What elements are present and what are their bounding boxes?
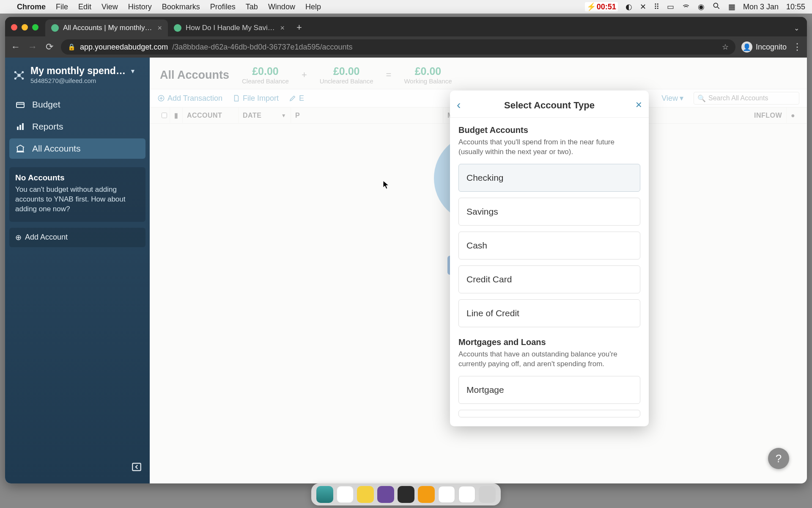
- url-path: /3a8bbdae-d62a-46db-bd0d-36737e1da595/ac…: [172, 43, 352, 52]
- account-type-credit-card[interactable]: Credit Card: [458, 265, 640, 293]
- accounts-icon: [15, 144, 25, 154]
- battery-icon[interactable]: ▭: [667, 2, 674, 11]
- menubar-item[interactable]: File: [56, 3, 68, 11]
- section-budget-accounts-desc: Accounts that you'll spend from in the n…: [458, 138, 640, 157]
- chevron-down-icon: ▼: [130, 68, 136, 75]
- plus-circle-icon: ⊕: [15, 233, 22, 242]
- minimize-window-button[interactable]: [22, 24, 28, 30]
- account-type-partial[interactable]: [458, 410, 640, 417]
- account-type-list: Checking Savings Cash Credit Card Line o…: [458, 164, 640, 327]
- budget-name: My monthly spend…: [30, 66, 126, 76]
- account-type-line-of-credit[interactable]: Line of Credit: [458, 299, 640, 327]
- status-icon[interactable]: ◐: [625, 2, 632, 11]
- dock-finder-icon[interactable]: [316, 486, 333, 503]
- battery-indicator[interactable]: ⚡00:51: [585, 2, 618, 11]
- sidebar-item-label: All Accounts: [32, 144, 80, 154]
- svg-rect-8: [19, 125, 21, 130]
- sidebar-item-reports[interactable]: Reports: [9, 116, 145, 137]
- sidebar-item-all-accounts[interactable]: All Accounts: [9, 138, 145, 159]
- status-icon[interactable]: ⠿: [654, 2, 659, 11]
- url-host: app.youneedabudget.com: [80, 43, 168, 52]
- tab-title: All Accounts | My monthly spe…: [63, 24, 153, 32]
- wifi-icon[interactable]: [682, 2, 690, 12]
- status-icon[interactable]: ✕: [640, 2, 646, 11]
- modal-back-button[interactable]: ‹: [457, 98, 461, 112]
- browser-tab[interactable]: How Do I Handle My Savings A… ×: [168, 19, 291, 36]
- close-tab-button[interactable]: ×: [280, 24, 285, 33]
- budget-icon: [15, 99, 25, 110]
- section-mortgages-desc: Accounts that have an outstanding balanc…: [458, 350, 640, 369]
- dock-terminal-icon[interactable]: [398, 486, 414, 503]
- tabs-menu-button[interactable]: ⌄: [786, 20, 807, 36]
- new-tab-button[interactable]: +: [291, 19, 308, 36]
- section-budget-accounts-title: Budget Accounts: [458, 125, 640, 135]
- chrome-window: All Accounts | My monthly spe… × How Do …: [5, 17, 807, 483]
- no-accounts-title: No Accounts: [15, 173, 140, 182]
- account-type-savings[interactable]: Savings: [458, 198, 640, 226]
- close-tab-button[interactable]: ×: [157, 24, 162, 33]
- modal-header: ‹ Select Account Type ×: [450, 91, 649, 118]
- menubar-item[interactable]: Profiles: [210, 3, 236, 11]
- modal-close-button[interactable]: ×: [636, 98, 642, 111]
- menubar-item[interactable]: Bookmarks: [162, 3, 200, 11]
- menubar-item[interactable]: Window: [268, 3, 295, 11]
- account-type-cash[interactable]: Cash: [458, 232, 640, 260]
- browser-menu-button[interactable]: ⋮: [793, 41, 802, 52]
- maximize-window-button[interactable]: [32, 24, 38, 30]
- tab-strip: All Accounts | My monthly spe… × How Do …: [5, 17, 807, 36]
- siri-icon[interactable]: ▦: [728, 2, 735, 11]
- help-button[interactable]: ?: [768, 448, 789, 469]
- macos-dock: [311, 483, 501, 505]
- tab-title: How Do I Handle My Savings A…: [186, 24, 276, 32]
- url-field[interactable]: 🔒 app.youneedabudget.com/3a8bbdae-d62a-4…: [61, 39, 735, 55]
- bookmark-icon[interactable]: ☆: [722, 42, 729, 52]
- reports-icon: [15, 121, 25, 132]
- dock-app-icon[interactable]: [377, 486, 394, 503]
- dock-preview-icon[interactable]: [458, 486, 475, 503]
- lock-icon: 🔒: [68, 43, 76, 51]
- menubar-item[interactable]: View: [102, 3, 118, 11]
- favicon-icon: [51, 24, 59, 32]
- select-account-type-modal: ‹ Select Account Type × Budget Accounts …: [450, 91, 649, 426]
- menubar-time[interactable]: 10:55: [786, 3, 805, 11]
- sidebar-item-label: Budget: [32, 99, 60, 110]
- collapse-icon: [131, 461, 142, 472]
- address-bar: ← → ⟳ 🔒 app.youneedabudget.com/3a8bbdae-…: [5, 36, 807, 58]
- forward-button[interactable]: →: [27, 41, 38, 52]
- budget-switcher[interactable]: My monthly spend… ▼ 5d485270@uifeed.com: [9, 64, 145, 88]
- add-account-label: Add Account: [25, 233, 68, 242]
- browser-tab[interactable]: All Accounts | My monthly spe… ×: [45, 19, 168, 36]
- modal-body: Budget Accounts Accounts that you'll spe…: [450, 118, 649, 417]
- collapse-sidebar-button[interactable]: [128, 458, 145, 478]
- menubar-item[interactable]: Tab: [246, 3, 258, 11]
- back-button[interactable]: ←: [10, 41, 21, 52]
- account-type-mortgage[interactable]: Mortgage: [458, 376, 640, 404]
- favicon-icon: [174, 24, 181, 32]
- dock-trash-icon[interactable]: [479, 486, 496, 503]
- menubar-item[interactable]: History: [128, 3, 152, 11]
- menubar-appname[interactable]: Chrome: [17, 3, 46, 11]
- reload-button[interactable]: ⟳: [44, 41, 55, 52]
- account-type-checking[interactable]: Checking: [458, 164, 640, 192]
- no-accounts-body: You can't budget without adding accounts…: [15, 185, 140, 214]
- menubar-item[interactable]: Help: [305, 3, 321, 11]
- user-email: 5d485270@uifeed.com: [30, 77, 136, 84]
- menubar-date[interactable]: Mon 3 Jan: [743, 3, 779, 11]
- no-accounts-panel: No Accounts You can't budget without add…: [9, 167, 145, 222]
- dock-chrome-icon[interactable]: [337, 486, 354, 503]
- dock-app-icon[interactable]: [418, 486, 435, 503]
- sidebar-item-budget[interactable]: Budget: [9, 94, 145, 115]
- svg-rect-7: [17, 127, 19, 130]
- control-center-icon[interactable]: ◉: [698, 2, 705, 11]
- profile-label: Incognito: [756, 43, 787, 52]
- macos-menubar: Chrome File Edit View History Bookmarks …: [0, 0, 812, 14]
- profile-chip[interactable]: 👤 Incognito: [741, 41, 787, 52]
- spotlight-icon[interactable]: [712, 2, 721, 12]
- add-account-button[interactable]: ⊕ Add Account: [9, 228, 145, 247]
- menubar-item[interactable]: Edit: [78, 3, 91, 11]
- dock-notes-icon[interactable]: [357, 486, 374, 503]
- modal-title: Select Account Type: [504, 100, 595, 111]
- dock-textedit-icon[interactable]: [438, 486, 455, 503]
- incognito-icon: 👤: [741, 41, 752, 52]
- close-window-button[interactable]: [11, 24, 17, 30]
